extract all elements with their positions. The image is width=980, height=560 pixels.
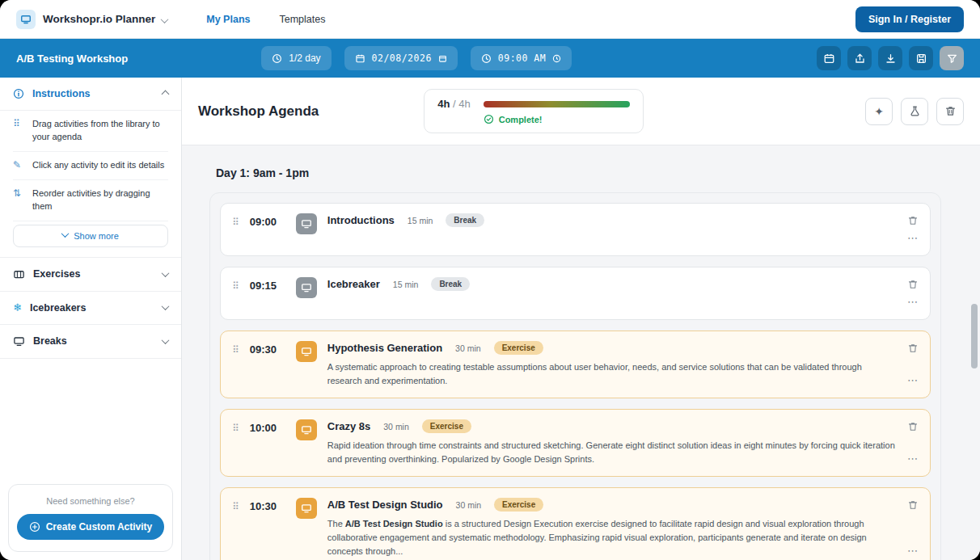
nav-templates[interactable]: Templates — [279, 14, 325, 25]
instructions-label: Instructions — [32, 88, 91, 99]
more-options-icon[interactable]: ⋯ — [907, 296, 919, 308]
app-title: Workshopr.io Planner — [43, 13, 155, 25]
progress-totals: 4h / 4h — [437, 98, 470, 110]
flask-button[interactable] — [901, 98, 928, 125]
instructions-section-header[interactable]: Instructions — [0, 78, 181, 111]
agenda-item-hypothesis-generation[interactable]: ⠿ 09:30 Hypothesis Generation 30 min Exe… — [220, 331, 931, 398]
progress-status: Complete! — [484, 114, 631, 124]
more-options-icon[interactable]: ⋯ — [907, 374, 919, 386]
clear-agenda-button[interactable] — [936, 98, 964, 125]
sidebar-item-exercises[interactable]: Exercises — [0, 257, 181, 292]
item-time: 09:00 — [250, 213, 285, 246]
drag-handle-icon[interactable]: ⠿ — [232, 419, 239, 466]
clock-picker-icon[interactable] — [552, 54, 561, 63]
agenda-item-crazy-8s[interactable]: ⠿ 10:00 Crazy 8s 30 min Exercise Rapid i… — [220, 409, 931, 477]
auto-generate-button[interactable]: ✦ — [865, 98, 893, 125]
item-title: Introductions — [327, 214, 395, 226]
item-badge: Exercise — [422, 419, 471, 433]
chevron-down-icon — [162, 302, 170, 310]
item-duration: 30 min — [383, 422, 409, 432]
agenda-item-icebreaker[interactable]: ⠿ 09:15 Icebreaker 15 min Break — [220, 267, 931, 320]
section-label: Breaks — [33, 335, 67, 347]
more-options-icon[interactable]: ⋯ — [907, 453, 919, 465]
calendar-picker-icon[interactable] — [438, 54, 447, 63]
item-description: Rapid ideation through time constraints … — [327, 439, 897, 466]
header-actions — [817, 46, 964, 70]
clock-icon — [272, 53, 282, 64]
main-nav: My Plans Templates — [206, 14, 325, 25]
desc-bold-text: A/B Test Design Studio — [345, 519, 443, 528]
delete-item-button[interactable] — [907, 215, 919, 226]
time-input[interactable]: 09:00 AM — [471, 46, 572, 70]
top-bar: Workshopr.io Planner My Plans Templates … — [0, 0, 980, 39]
item-title: A/B Test Design Studio — [327, 499, 443, 511]
date-input[interactable]: 02/08/2026 — [344, 46, 458, 70]
item-badge: Break — [431, 277, 470, 291]
duration-value: 1/2 day — [289, 53, 320, 64]
section-label: Icebreakers — [30, 302, 87, 314]
agenda-header: Workshop Agenda 4h / 4h Complete! ✦ — [182, 78, 980, 145]
delete-item-button[interactable] — [907, 421, 919, 432]
save-button[interactable] — [909, 46, 933, 70]
snowflake-icon: ❄ — [13, 302, 22, 313]
duration-select[interactable]: 1/2 day — [261, 46, 331, 70]
calendar-export-button[interactable] — [817, 46, 841, 70]
app-logo-icon — [16, 10, 36, 29]
agenda-item-ab-test-design-studio[interactable]: ⠿ 10:30 A/B Test Design Studio 30 min Ex… — [220, 487, 931, 560]
nav-my-plans[interactable]: My Plans — [206, 14, 250, 25]
item-duration: 15 min — [408, 216, 433, 225]
app-window: Workshopr.io Planner My Plans Templates … — [0, 0, 980, 560]
activity-library-sidebar: Instructions ⠿ Drag activities from the … — [0, 78, 182, 560]
exercise-cards-icon — [13, 268, 25, 280]
monitor-icon — [13, 335, 25, 347]
calendar-icon — [355, 53, 365, 64]
create-custom-activity-button[interactable]: Create Custom Activity — [17, 514, 164, 540]
drag-handle-icon[interactable]: ⠿ — [232, 341, 239, 388]
item-time: 09:30 — [250, 341, 285, 388]
download-button[interactable] — [878, 46, 902, 70]
item-description: The A/B Test Design Studio is a structur… — [327, 517, 897, 558]
more-options-icon[interactable]: ⋯ — [907, 545, 919, 557]
show-more-button[interactable]: Show more — [13, 225, 168, 247]
item-duration: 30 min — [456, 500, 482, 510]
drag-handle-icon[interactable]: ⠿ — [232, 277, 239, 309]
item-badge: Exercise — [494, 498, 543, 512]
item-time: 10:30 — [250, 498, 285, 558]
sign-in-button[interactable]: Sign In / Register — [855, 6, 964, 32]
date-value: 02/08/2026 — [372, 53, 432, 64]
instruction-text: Reorder activities by dragging them — [32, 187, 168, 213]
vertical-scrollbar-thumb[interactable] — [971, 304, 978, 368]
item-title: Icebreaker — [327, 278, 380, 290]
delete-item-button[interactable] — [907, 343, 919, 354]
drag-handle-icon[interactable]: ⠿ — [232, 213, 239, 246]
footer-prompt: Need something else? — [17, 496, 164, 506]
item-title: Crazy 8s — [327, 420, 370, 432]
page-title: Workshop Agenda — [198, 103, 319, 120]
clock-icon — [481, 53, 492, 64]
item-controls: ⋯ — [907, 419, 919, 466]
chevron-down-icon[interactable] — [162, 12, 167, 27]
delete-item-button[interactable] — [907, 279, 919, 290]
day-heading: Day 1: 9am - 1pm — [216, 166, 941, 179]
sidebar-item-icebreakers[interactable]: ❄ Icebreakers — [0, 292, 181, 325]
sparkle-icon: ✦ — [874, 105, 884, 118]
item-controls: ⋯ — [907, 213, 919, 246]
delete-item-button[interactable] — [907, 499, 919, 511]
instruction-item: ⇅ Reorder activities by dragging them — [13, 180, 168, 221]
agenda-scroll-area[interactable]: Day 1: 9am - 1pm ⠿ 09:00 Introductions 1… — [182, 145, 980, 560]
drag-handle-icon[interactable]: ⠿ — [232, 498, 239, 558]
activity-monitor-icon — [296, 213, 317, 234]
agenda-item-introductions[interactable]: ⠿ 09:00 Introductions 15 min Break — [220, 203, 931, 256]
item-body: Crazy 8s 30 min Exercise Rapid ideation … — [327, 419, 897, 466]
desc-text: The — [327, 519, 345, 528]
share-button[interactable] — [847, 46, 872, 70]
more-options-icon[interactable]: ⋯ — [907, 232, 919, 244]
item-time: 10:00 — [250, 419, 285, 466]
item-body: Hypothesis Generation 30 min Exercise A … — [327, 341, 897, 388]
sidebar-item-breaks[interactable]: Breaks — [0, 325, 181, 359]
day-container: ⠿ 09:00 Introductions 15 min Break — [209, 192, 941, 560]
activity-monitor-icon — [296, 498, 317, 519]
main-content: Workshop Agenda 4h / 4h Complete! ✦ Day … — [182, 78, 980, 560]
item-badge: Exercise — [494, 341, 543, 355]
clear-plan-button[interactable] — [940, 46, 964, 70]
